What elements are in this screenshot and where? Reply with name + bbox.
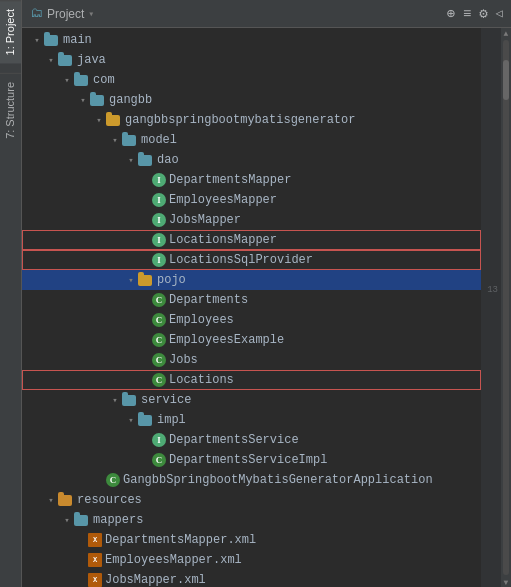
tree-node-label: gangbbspringbootmybatisgenerator <box>125 113 355 127</box>
tree-node-label: dao <box>157 153 179 167</box>
tree-row-com[interactable]: ▾ com <box>22 70 481 90</box>
tree-row-application[interactable]: C GangbbSpringbootMybatisGeneratorApplic… <box>22 470 481 490</box>
toggle-icon: ▾ <box>124 155 138 166</box>
tree-row-jobs-mapper[interactable]: I JobsMapper <box>22 210 481 230</box>
project-tree: ▾ main ▾ java <box>22 28 481 587</box>
globe-icon[interactable]: ⊕ <box>446 5 454 22</box>
tree-row-gangbb[interactable]: ▾ gangbb <box>22 90 481 110</box>
tree-row-employees-xml[interactable]: X EmployeesMapper.xml <box>22 550 481 570</box>
tree-row-employees-mapper[interactable]: I EmployeesMapper <box>22 190 481 210</box>
tree-node-label: gangbb <box>109 93 152 107</box>
interface-icon: I <box>152 173 166 187</box>
scroll-down-btn[interactable]: ▼ <box>501 577 511 587</box>
project-icon: 🗂 <box>30 6 43 21</box>
tree-row-resources[interactable]: ▾ resources <box>22 490 481 510</box>
tree-node-label: com <box>93 73 115 87</box>
folder-icon <box>58 52 74 68</box>
xml-icon: X <box>88 553 102 567</box>
interface-icon: I <box>152 233 166 247</box>
toggle-icon: ▾ <box>44 55 58 66</box>
tree-node-label: Employees <box>169 313 234 327</box>
toggle-icon: ▾ <box>108 135 122 146</box>
tree-node-label: EmployeesMapper <box>169 193 277 207</box>
tree-node-label: JobsMapper <box>169 213 241 227</box>
class-icon: C <box>152 333 166 347</box>
tree-row-departments-xml[interactable]: X DepartmentsMapper.xml <box>22 530 481 550</box>
class-icon: C <box>152 353 166 367</box>
tree-node-label: LocationsMapper <box>169 233 277 247</box>
tree-node-label: EmployeesMapper.xml <box>105 553 242 567</box>
tree-row-main[interactable]: ▾ main <box>22 30 481 50</box>
tree-node-label: mappers <box>93 513 143 527</box>
xml-icon: X <box>88 573 102 587</box>
sidebar-tab-project[interactable]: 1: Project <box>0 0 21 63</box>
class-icon: C <box>152 453 166 467</box>
tree-row-departments-mapper[interactable]: I DepartmentsMapper <box>22 170 481 190</box>
tree-row-departments-service[interactable]: I DepartmentsService <box>22 430 481 450</box>
scroll-thumb[interactable] <box>503 60 509 100</box>
interface-icon: I <box>152 193 166 207</box>
toggle-icon: ▾ <box>124 415 138 426</box>
toggle-icon: ▾ <box>108 395 122 406</box>
tree-node-label: service <box>141 393 191 407</box>
tree-row-locations-sql-provider[interactable]: I LocationsSqlProvider <box>22 250 481 270</box>
toggle-icon: ▾ <box>92 115 106 126</box>
tree-node-label: Locations <box>169 373 234 387</box>
tree-row-service[interactable]: ▾ service <box>22 390 481 410</box>
package-icon <box>106 112 122 128</box>
folder-icon <box>122 132 138 148</box>
interface-icon: I <box>152 253 166 267</box>
dropdown-arrow-icon[interactable]: ▾ <box>88 8 94 20</box>
header-title: Project <box>47 7 84 21</box>
tree-row-employees[interactable]: C Employees <box>22 310 481 330</box>
folder-icon <box>74 512 90 528</box>
folder-icon <box>138 152 154 168</box>
tree-row-model[interactable]: ▾ model <box>22 130 481 150</box>
tree-node-label: java <box>77 53 106 67</box>
tree-node-label: GangbbSpringbootMybatisGeneratorApplicat… <box>123 473 433 487</box>
tree-row-impl[interactable]: ▾ impl <box>22 410 481 430</box>
class-icon: C <box>152 373 166 387</box>
toggle-icon: ▾ <box>60 75 74 86</box>
line-numbers: 13 <box>481 28 501 587</box>
tree-node-label: model <box>141 133 177 147</box>
interface-icon: I <box>152 213 166 227</box>
tree-node-label: main <box>63 33 92 47</box>
tree-node-label: DepartmentsServiceImpl <box>169 453 327 467</box>
tree-row-locations-mapper[interactable]: I LocationsMapper <box>22 230 481 250</box>
vertical-scrollbar[interactable]: ▲ ▼ <box>501 28 511 587</box>
tree-row-pojo[interactable]: ▾ pojo <box>22 270 481 290</box>
project-header: 🗂 Project ▾ ⊕ ≡ ⚙ ◁ <box>22 0 511 28</box>
tree-node-label: DepartmentsMapper <box>169 173 291 187</box>
tree-row-dao[interactable]: ▾ dao <box>22 150 481 170</box>
tree-row-mappers[interactable]: ▾ mappers <box>22 510 481 530</box>
toggle-icon: ▾ <box>124 275 138 286</box>
tree-row-departments-service-impl[interactable]: C DepartmentsServiceImpl <box>22 450 481 470</box>
scroll-up-btn[interactable]: ▲ <box>501 28 511 38</box>
tree-node-label: LocationsSqlProvider <box>169 253 313 267</box>
tree-row-employees-example[interactable]: C EmployeesExample <box>22 330 481 350</box>
class-icon: C <box>152 293 166 307</box>
toggle-icon: ▾ <box>60 515 74 526</box>
folder-icon <box>44 32 60 48</box>
tree-row-locations[interactable]: C Locations <box>22 370 481 390</box>
tree-row-departments[interactable]: C Departments <box>22 290 481 310</box>
toggle-icon: ▾ <box>44 495 58 506</box>
sidebar-tab-structure[interactable]: 7: Structure <box>0 73 21 147</box>
tree-node-label: DepartmentsMapper.xml <box>105 533 256 547</box>
tree-row-package[interactable]: ▾ gangbbspringbootmybatisgenerator <box>22 110 481 130</box>
gear-icon[interactable]: ⚙ <box>479 5 487 22</box>
interface-icon: I <box>152 433 166 447</box>
tree-row-jobs-xml[interactable]: X JobsMapper.xml <box>22 570 481 587</box>
class-icon: C <box>106 473 120 487</box>
tree-row-java[interactable]: ▾ java <box>22 50 481 70</box>
folder-icon <box>58 492 74 508</box>
tree-node-label: resources <box>77 493 142 507</box>
package-icon <box>138 272 154 288</box>
collapse-icon[interactable]: ◁ <box>496 6 503 21</box>
list-icon[interactable]: ≡ <box>463 6 471 22</box>
tree-node-label: JobsMapper.xml <box>105 573 206 587</box>
toggle-icon: ▾ <box>76 95 90 106</box>
tree-row-jobs[interactable]: C Jobs <box>22 350 481 370</box>
xml-icon: X <box>88 533 102 547</box>
